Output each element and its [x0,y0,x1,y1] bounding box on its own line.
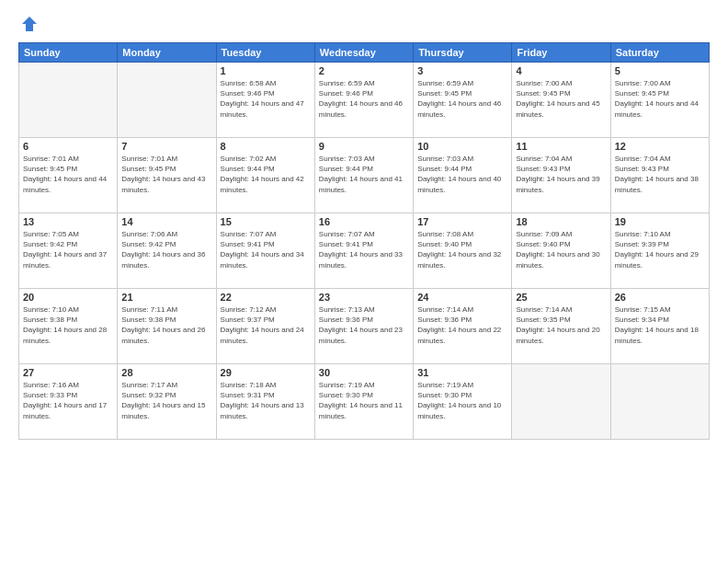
day-info: Sunrise: 7:14 AMSunset: 9:36 PMDaylight:… [417,304,507,346]
day-number: 29 [221,367,311,378]
day-info: Sunrise: 7:19 AMSunset: 9:30 PMDaylight:… [417,380,507,421]
day-info: Sunrise: 7:16 AMSunset: 9:33 PMDaylight:… [23,380,113,421]
day-number: 3 [417,65,507,76]
week-row-5: 27Sunrise: 7:16 AMSunset: 9:33 PMDayligh… [19,364,710,440]
day-cell-20: 20Sunrise: 7:10 AMSunset: 9:38 PMDayligh… [19,289,118,364]
calendar-page: SundayMondayTuesdayWednesdayThursdayFrid… [0,0,728,563]
day-info: Sunrise: 7:08 AMSunset: 9:40 PMDaylight:… [417,229,507,270]
day-info: Sunrise: 7:01 AMSunset: 9:45 PMDaylight:… [121,154,211,195]
day-number: 16 [319,216,409,227]
day-number: 31 [417,367,507,378]
logo-icon [20,15,39,33]
day-info: Sunrise: 7:14 AMSunset: 9:35 PMDaylight:… [516,304,606,346]
day-number: 28 [121,367,211,378]
day-number: 12 [615,141,705,152]
day-number: 18 [516,216,606,227]
week-row-1: 1Sunrise: 6:58 AMSunset: 9:46 PMDaylight… [19,63,710,138]
day-info: Sunrise: 7:05 AMSunset: 9:42 PMDaylight:… [23,229,113,270]
day-number: 14 [121,216,211,227]
day-number: 7 [121,141,211,152]
column-header-sunday: Sunday [19,43,118,63]
day-number: 19 [615,216,705,227]
day-number: 17 [417,216,507,227]
day-cell-5: 5Sunrise: 7:00 AMSunset: 9:45 PMDaylight… [610,63,709,138]
week-row-4: 20Sunrise: 7:10 AMSunset: 9:38 PMDayligh… [19,289,710,364]
calendar-header-row: SundayMondayTuesdayWednesdayThursdayFrid… [19,43,710,63]
day-number: 2 [319,65,409,76]
day-info: Sunrise: 7:04 AMSunset: 9:43 PMDaylight:… [516,154,606,195]
column-header-thursday: Thursday [414,43,512,63]
day-cell-25: 25Sunrise: 7:14 AMSunset: 9:35 PMDayligh… [512,289,610,364]
day-number: 24 [417,292,507,303]
column-header-saturday: Saturday [610,43,709,63]
day-info: Sunrise: 7:11 AMSunset: 9:38 PMDaylight:… [121,304,211,346]
day-cell-17: 17Sunrise: 7:08 AMSunset: 9:40 PMDayligh… [414,213,512,289]
day-info: Sunrise: 7:06 AMSunset: 9:42 PMDaylight:… [121,229,211,270]
day-info: Sunrise: 6:58 AMSunset: 9:46 PMDaylight:… [221,78,311,120]
day-cell-12: 12Sunrise: 7:04 AMSunset: 9:43 PMDayligh… [610,138,709,213]
day-cell-8: 8Sunrise: 7:02 AMSunset: 9:44 PMDaylight… [216,138,314,213]
day-cell-7: 7Sunrise: 7:01 AMSunset: 9:45 PMDaylight… [118,138,216,213]
day-cell-22: 22Sunrise: 7:12 AMSunset: 9:37 PMDayligh… [216,289,314,364]
day-cell-16: 16Sunrise: 7:07 AMSunset: 9:41 PMDayligh… [314,213,413,289]
day-cell-27: 27Sunrise: 7:16 AMSunset: 9:33 PMDayligh… [19,364,118,440]
day-cell-19: 19Sunrise: 7:10 AMSunset: 9:39 PMDayligh… [610,213,709,289]
day-cell-11: 11Sunrise: 7:04 AMSunset: 9:43 PMDayligh… [512,138,610,213]
day-info: Sunrise: 7:12 AMSunset: 9:37 PMDaylight:… [221,304,311,346]
svg-marker-0 [22,17,37,31]
day-info: Sunrise: 7:04 AMSunset: 9:43 PMDaylight:… [615,154,705,195]
day-cell-21: 21Sunrise: 7:11 AMSunset: 9:38 PMDayligh… [118,289,216,364]
day-cell-26: 26Sunrise: 7:15 AMSunset: 9:34 PMDayligh… [610,289,709,364]
day-number: 11 [516,141,606,152]
day-info: Sunrise: 6:59 AMSunset: 9:45 PMDaylight:… [417,78,507,120]
day-cell-1: 1Sunrise: 6:58 AMSunset: 9:46 PMDaylight… [216,63,314,138]
day-number: 8 [221,141,311,152]
week-row-2: 6Sunrise: 7:01 AMSunset: 9:45 PMDaylight… [19,138,710,213]
day-info: Sunrise: 7:01 AMSunset: 9:45 PMDaylight:… [23,154,113,195]
empty-cell [118,63,216,138]
day-number: 22 [221,292,311,303]
day-number: 20 [23,292,113,303]
day-info: Sunrise: 7:19 AMSunset: 9:30 PMDaylight:… [319,380,409,421]
day-cell-29: 29Sunrise: 7:18 AMSunset: 9:31 PMDayligh… [216,364,314,440]
day-number: 10 [417,141,507,152]
column-header-wednesday: Wednesday [314,43,413,63]
day-cell-13: 13Sunrise: 7:05 AMSunset: 9:42 PMDayligh… [19,213,118,289]
column-header-monday: Monday [118,43,216,63]
day-cell-6: 6Sunrise: 7:01 AMSunset: 9:45 PMDaylight… [19,138,118,213]
day-cell-31: 31Sunrise: 7:19 AMSunset: 9:30 PMDayligh… [414,364,512,440]
day-cell-30: 30Sunrise: 7:19 AMSunset: 9:30 PMDayligh… [314,364,413,440]
day-cell-14: 14Sunrise: 7:06 AMSunset: 9:42 PMDayligh… [118,213,216,289]
day-cell-4: 4Sunrise: 7:00 AMSunset: 9:45 PMDaylight… [512,63,610,138]
day-info: Sunrise: 7:07 AMSunset: 9:41 PMDaylight:… [319,229,409,270]
empty-cell [610,364,709,440]
day-info: Sunrise: 7:10 AMSunset: 9:39 PMDaylight:… [615,229,705,270]
day-cell-9: 9Sunrise: 7:03 AMSunset: 9:44 PMDaylight… [314,138,413,213]
day-info: Sunrise: 7:03 AMSunset: 9:44 PMDaylight:… [319,154,409,195]
day-number: 25 [516,292,606,303]
day-cell-15: 15Sunrise: 7:07 AMSunset: 9:41 PMDayligh… [216,213,314,289]
header [18,15,710,33]
day-number: 26 [615,292,705,303]
day-cell-10: 10Sunrise: 7:03 AMSunset: 9:44 PMDayligh… [414,138,512,213]
day-info: Sunrise: 7:02 AMSunset: 9:44 PMDaylight:… [221,154,311,195]
empty-cell [19,63,118,138]
day-info: Sunrise: 7:00 AMSunset: 9:45 PMDaylight:… [615,78,705,120]
day-info: Sunrise: 7:17 AMSunset: 9:32 PMDaylight:… [121,380,211,421]
day-info: Sunrise: 7:10 AMSunset: 9:38 PMDaylight:… [23,304,113,346]
day-cell-28: 28Sunrise: 7:17 AMSunset: 9:32 PMDayligh… [118,364,216,440]
day-cell-3: 3Sunrise: 6:59 AMSunset: 9:45 PMDaylight… [414,63,512,138]
day-cell-18: 18Sunrise: 7:09 AMSunset: 9:40 PMDayligh… [512,213,610,289]
day-number: 30 [319,367,409,378]
day-info: Sunrise: 6:59 AMSunset: 9:46 PMDaylight:… [319,78,409,120]
day-info: Sunrise: 7:00 AMSunset: 9:45 PMDaylight:… [516,78,606,120]
empty-cell [512,364,610,440]
day-cell-24: 24Sunrise: 7:14 AMSunset: 9:36 PMDayligh… [414,289,512,364]
day-number: 6 [23,141,113,152]
day-cell-23: 23Sunrise: 7:13 AMSunset: 9:36 PMDayligh… [314,289,413,364]
day-number: 4 [516,65,606,76]
day-info: Sunrise: 7:13 AMSunset: 9:36 PMDaylight:… [319,304,409,346]
column-header-tuesday: Tuesday [216,43,314,63]
day-info: Sunrise: 7:03 AMSunset: 9:44 PMDaylight:… [417,154,507,195]
day-number: 27 [23,367,113,378]
